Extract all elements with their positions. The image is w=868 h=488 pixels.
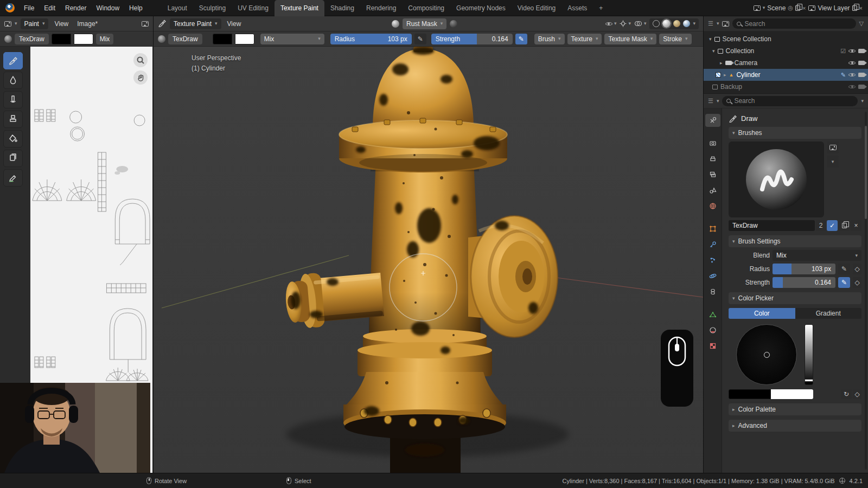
overlays-toggle[interactable]: ▾ (634, 20, 647, 27)
properties-tab-view-layer[interactable] (705, 168, 720, 181)
image-datablock-icon[interactable] (142, 21, 149, 27)
properties-tab-world[interactable] (705, 200, 720, 213)
new-view-layer-icon[interactable] (852, 5, 857, 11)
texture-mask-popover[interactable]: Texture Mask▾ (604, 34, 656, 44)
brushes-panel-header[interactable]: ▾ Brushes (729, 127, 861, 139)
strength-pressure-toggle[interactable]: ✎ (838, 277, 850, 288)
mask-material-dropdown[interactable]: Rust Mask▾ (403, 18, 446, 29)
render-visibility-icon[interactable] (858, 73, 865, 77)
outliner-type-icon[interactable]: ☰ (708, 20, 713, 27)
exclude-checkbox[interactable]: ☑ (840, 48, 846, 55)
properties-tab-texture[interactable] (705, 339, 720, 352)
swap-colors-button[interactable]: ↻ (841, 389, 852, 399)
blend-mode-dropdown[interactable]: Mix▾ (260, 34, 324, 44)
tool-clone[interactable] (3, 111, 23, 128)
outliner-row-backup[interactable]: Backup (704, 81, 868, 93)
brush-preview-box[interactable] (729, 142, 824, 217)
brush-popover[interactable]: Brush▾ (534, 34, 565, 44)
workspace-tab-geometry-nodes[interactable]: Geometry Nodes (450, 0, 512, 16)
strength-slider[interactable]: Strength0.164 (431, 34, 513, 44)
falloff-icon[interactable] (392, 20, 399, 28)
menu-render[interactable]: Render (60, 0, 91, 16)
add-workspace-button[interactable]: + (593, 0, 609, 16)
menu-file[interactable]: File (19, 0, 39, 16)
blend-dropdown[interactable]: Mix▾ (773, 250, 861, 261)
image-view-menu[interactable]: View (52, 20, 71, 28)
workspace-tab-compositing[interactable]: Compositing (402, 0, 450, 16)
pan-gizmo[interactable] (133, 70, 148, 85)
eye-icon[interactable] (848, 84, 856, 91)
properties-tab-object[interactable] (705, 222, 720, 235)
color-palette-panel-header[interactable]: ▸ Color Palette (729, 403, 861, 415)
brush-name-field[interactable]: TexDraw (729, 220, 815, 231)
workspace-tab-rendering[interactable]: Rendering (360, 0, 402, 16)
radius-pressure-toggle[interactable]: ✎ (414, 34, 426, 44)
viewport-view-menu[interactable]: View (225, 20, 244, 28)
visibility-dropdown[interactable]: ▾ (605, 20, 617, 27)
blend-mode-dropdown[interactable]: Mix (96, 34, 114, 44)
texture-popover[interactable]: Texture▾ (567, 34, 602, 44)
workspace-tab-video-editing[interactable]: Video Editing (512, 0, 562, 16)
shading-wireframe-button[interactable] (653, 20, 660, 27)
brush-asset-image-button[interactable] (827, 142, 839, 153)
radius-animate-button[interactable]: ◇ (853, 264, 861, 274)
outliner-row-camera[interactable]: ▸ Camera (704, 57, 868, 69)
properties-tab-scene[interactable] (705, 184, 720, 197)
image-mode-dropdown[interactable]: Paint▾ (21, 18, 49, 29)
color-wheel[interactable] (736, 324, 797, 385)
properties-tab-material[interactable] (705, 324, 720, 337)
image-editor-canvas[interactable] (0, 47, 153, 473)
outliner-row-scene-collection[interactable]: ▾ Scene Collection (704, 33, 868, 45)
workspace-tab-sculpting[interactable]: Sculpting (193, 0, 232, 16)
advanced-panel-header[interactable]: ▸ Advanced (729, 420, 861, 432)
eye-icon[interactable] (848, 60, 856, 67)
outliner-row-cylinder[interactable]: ▸ ▲ Cylinder ✎ (704, 69, 868, 81)
brush-name-field[interactable]: TexDraw (15, 34, 49, 44)
render-visibility-icon[interactable] (858, 61, 865, 65)
menu-help[interactable]: Help (124, 0, 148, 16)
matcap-sphere-icon[interactable] (450, 20, 457, 28)
outliner-display-mode-icon[interactable] (722, 21, 729, 27)
outliner-search-input[interactable]: Search (732, 18, 856, 29)
brush-preview-icon[interactable] (4, 35, 12, 43)
properties-tab-particles[interactable] (705, 254, 720, 267)
duplicate-brush-button[interactable] (839, 220, 850, 231)
properties-tab-output[interactable] (705, 152, 720, 165)
secondary-color-field[interactable] (771, 389, 813, 399)
properties-tab-physics[interactable] (705, 269, 720, 282)
properties-tab-object-data[interactable] (705, 308, 720, 321)
brush-users-count[interactable]: 2 (816, 220, 826, 231)
workspace-tab-layout[interactable]: Layout (162, 0, 193, 16)
properties-tab-modifiers[interactable] (705, 238, 720, 251)
viewport-editor-type-icon[interactable] (158, 18, 167, 29)
tool-draw[interactable] (3, 52, 23, 69)
render-visibility-icon[interactable] (858, 49, 865, 53)
properties-type-icon[interactable]: ☰ (708, 98, 713, 105)
menu-edit[interactable]: Edit (39, 0, 60, 16)
properties-scrollbar[interactable] (865, 112, 867, 470)
brush-preview-icon[interactable] (158, 35, 165, 43)
interaction-mode-dropdown[interactable]: Texture Paint▾ (170, 18, 221, 29)
strength-slider[interactable]: 0.164 (773, 277, 835, 288)
eye-icon[interactable] (848, 72, 856, 79)
blender-logo[interactable] (5, 3, 15, 12)
workspace-tab-shading[interactable]: Shading (324, 0, 360, 16)
shading-rendered-button[interactable] (683, 20, 690, 27)
radius-slider[interactable]: Radius103 px (330, 34, 412, 44)
pin-icon[interactable]: ◎ (788, 4, 793, 11)
value-slider[interactable] (805, 324, 813, 385)
unlink-scene-icon[interactable]: × (802, 5, 806, 11)
primary-color-swatch[interactable] (52, 34, 71, 44)
radius-slider[interactable]: 103 px (773, 264, 835, 274)
brush-name-field[interactable]: TexDraw (168, 34, 202, 44)
tool-fill[interactable] (3, 130, 23, 147)
image-editor-type-icon[interactable] (4, 21, 11, 27)
zoom-gizmo[interactable] (133, 53, 148, 67)
workspace-tab-assets[interactable]: Assets (561, 0, 593, 16)
workspace-tab-texture-paint[interactable]: Texture Paint (275, 0, 324, 16)
gradient-tab[interactable]: Gradient (795, 308, 862, 319)
unlink-brush-button[interactable]: × (851, 220, 861, 231)
secondary-color-swatch[interactable] (74, 34, 93, 44)
properties-tab-render[interactable] (705, 137, 720, 150)
tool-soften[interactable] (3, 72, 23, 89)
